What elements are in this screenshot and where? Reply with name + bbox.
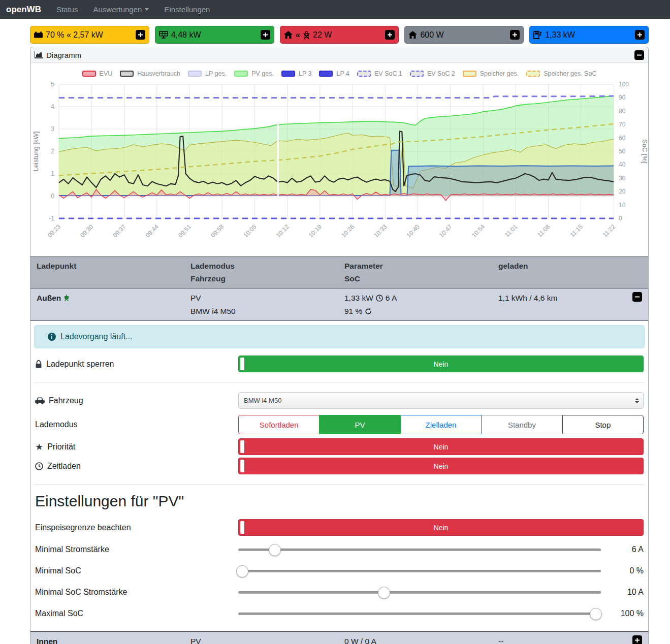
grid-status-badge: « 22 W: [280, 26, 399, 44]
info-icon: [48, 333, 56, 341]
pv-expand-button[interactable]: [261, 30, 270, 40]
chargepoint-mode: PV: [190, 635, 344, 644]
legend-item[interactable]: LP 3: [281, 70, 312, 77]
chargepoint-power: 1,33 kW: [344, 292, 373, 304]
diagram-header: Diagramm: [30, 47, 648, 63]
legend-swatch: [120, 71, 134, 77]
legend-swatch: [319, 71, 333, 77]
house-icon: [284, 31, 293, 39]
nav-item-auswertungen[interactable]: Auswertungen: [93, 5, 149, 14]
svg-text:09:23: 09:23: [46, 223, 62, 239]
min-current-label: Minimal Stromstärke: [35, 545, 238, 554]
priority-row: ★ Priorität Nein: [34, 437, 645, 457]
legend-item[interactable]: Speicher ges. SoC: [526, 70, 596, 77]
col-geladen: geladen: [498, 261, 624, 272]
legend-item[interactable]: PV ges.: [234, 70, 274, 77]
legend-label: Hausverbrauch: [137, 70, 180, 77]
legend-item[interactable]: Hausverbrauch: [120, 70, 180, 77]
main-card: Diagramm EVUHausverbrauchLP ges.PV ges.L…: [30, 47, 649, 644]
divider: [34, 382, 645, 382]
slider-handle[interactable]: [269, 544, 281, 556]
feedin-toggle[interactable]: Nein: [238, 519, 644, 536]
svg-text:11:08: 11:08: [536, 223, 552, 239]
timed-row: Zeitladen Nein: [34, 457, 645, 477]
nav-item-einstellungen[interactable]: Einstellungen: [164, 5, 210, 14]
legend-label: EV SoC 1: [374, 70, 402, 77]
priority-toggle[interactable]: Nein: [238, 438, 644, 455]
chargepoint-status-badge: 1,33 kW: [529, 26, 649, 44]
min-current-slider[interactable]: [238, 543, 601, 556]
svg-text:11:15: 11:15: [568, 223, 584, 239]
lock-toggle[interactable]: Nein: [238, 356, 644, 372]
svg-text:60: 60: [619, 135, 626, 142]
grid-expand-button[interactable]: [385, 30, 395, 40]
svg-text:11:01: 11:01: [503, 223, 519, 239]
svg-text:30: 30: [619, 175, 626, 182]
min-soc-current-label: Minimal SoC Stromstärke: [35, 588, 238, 597]
mode-button-zielladen[interactable]: Zielladen: [400, 415, 482, 434]
legend-item[interactable]: EV SoC 2: [410, 70, 455, 77]
mode-button-stop[interactable]: Stop: [562, 415, 644, 434]
refresh-icon[interactable]: [365, 308, 372, 315]
svg-text:09:51: 09:51: [177, 223, 193, 239]
chargepoint-expand-button[interactable]: [635, 30, 645, 40]
svg-text:10:05: 10:05: [242, 223, 258, 239]
legend-label: PV ges.: [251, 70, 274, 77]
chargepoint-power: 0 W / 0 A: [344, 635, 376, 644]
min-soc-value: 0 %: [601, 566, 644, 575]
chart-legend: EVUHausverbrauchLP ges.PV ges.LP 3LP 4EV…: [30, 67, 648, 80]
mode-button-standby[interactable]: Standby: [481, 415, 562, 434]
diagram-section: EVUHausverbrauchLP ges.PV ges.LP 3LP 4EV…: [30, 63, 648, 256]
grid-badge-text: 22 W: [313, 30, 332, 40]
legend-item[interactable]: Speicher ges.: [463, 70, 519, 77]
max-soc-slider[interactable]: [238, 607, 601, 620]
legend-swatch: [357, 71, 371, 77]
diagram-title: Diagramm: [46, 51, 81, 59]
clock-icon: [376, 295, 383, 302]
navbar: openWB Status Auswertungen Einstellungen: [0, 0, 670, 19]
vehicle-row: Fahrzeug BMW i4 M50: [34, 389, 645, 412]
mode-button-sofortladen[interactable]: Sofortladen: [238, 415, 320, 434]
legend-item[interactable]: EVU: [82, 70, 113, 77]
diagram-collapse-button[interactable]: [634, 50, 644, 60]
nav-item-status[interactable]: Status: [56, 5, 78, 14]
plug-icon: [63, 295, 70, 302]
chargepoint-collapse-button[interactable]: [632, 292, 642, 302]
col-lademodus: Lademodus: [190, 261, 344, 272]
pv-settings-heading: Einstellungen für "PV": [35, 493, 645, 510]
feedin-row: Einspeisegrenze beachten Nein: [34, 516, 645, 539]
svg-text:09:44: 09:44: [144, 223, 160, 239]
svg-text:11:22: 11:22: [601, 223, 617, 239]
lock-label: Ladepunkt sperren: [46, 360, 114, 369]
min-soc-row: Minimal SoC 0 %: [34, 560, 645, 582]
chargepoint-expand-button[interactable]: [632, 635, 642, 644]
chargepoint-current: 6 A: [386, 292, 397, 304]
slider-handle[interactable]: [378, 587, 390, 599]
svg-text:10:40: 10:40: [405, 223, 421, 239]
min-soc-current-row: Minimal SoC Stromstärke 10 A: [34, 582, 645, 603]
col-fahrzeug: Fahrzeug: [190, 273, 344, 284]
slider-handle[interactable]: [590, 608, 602, 620]
col-ladepunkt: Ladepunkt: [37, 261, 190, 272]
max-soc-row: Maximal SoC 100 %: [34, 603, 645, 624]
mode-row: Lademodus Sofortladen PV Zielladen Stand…: [34, 412, 645, 437]
svg-text:50: 50: [619, 148, 626, 155]
house-expand-button[interactable]: [510, 30, 520, 40]
svg-text:20: 20: [619, 188, 626, 195]
legend-item[interactable]: LP ges.: [188, 70, 227, 77]
battery-expand-button[interactable]: [136, 30, 145, 40]
svg-text:10: 10: [619, 202, 626, 209]
slider-handle[interactable]: [236, 565, 248, 577]
timed-toggle[interactable]: Nein: [238, 458, 644, 474]
mode-button-pv[interactable]: PV: [319, 415, 400, 434]
svg-text:SoC [%]: SoC [%]: [641, 139, 648, 164]
min-soc-slider[interactable]: [238, 565, 601, 577]
house-badge-text: 600 W: [420, 30, 443, 40]
legend-label: Speicher ges. SoC: [544, 70, 596, 77]
min-soc-current-slider[interactable]: [238, 586, 601, 598]
svg-text:10:54: 10:54: [470, 223, 486, 239]
legend-item[interactable]: LP 4: [319, 70, 349, 77]
legend-item[interactable]: EV SoC 1: [357, 70, 402, 77]
lock-icon: [35, 360, 42, 368]
vehicle-select[interactable]: BMW i4 M50: [238, 392, 644, 409]
